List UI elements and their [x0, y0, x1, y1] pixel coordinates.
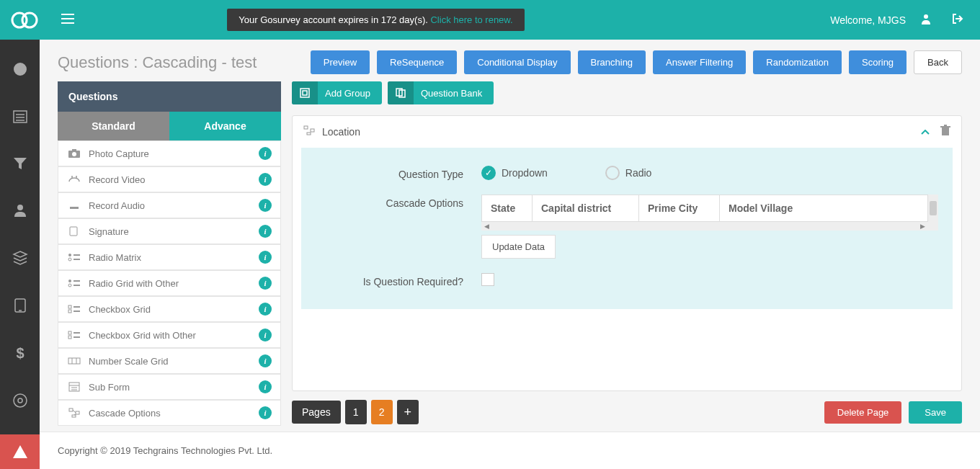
branching-button[interactable]: Branching [578, 50, 646, 74]
required-checkbox[interactable] [481, 273, 494, 286]
editor-panel: Add Group Question Bank Location [292, 81, 962, 424]
info-icon[interactable]: i [259, 354, 272, 367]
svg-rect-19 [72, 149, 76, 151]
svg-rect-47 [72, 415, 76, 417]
info-icon[interactable]: i [259, 406, 272, 419]
matrix-icon [67, 251, 81, 263]
info-icon[interactable]: i [259, 251, 272, 264]
svg-rect-57 [944, 125, 947, 126]
qtype-record-audio[interactable]: Record Audioi [58, 192, 281, 218]
sidebar-alert-icon[interactable] [0, 434, 40, 469]
horizontal-scrollbar[interactable]: ◀▶ [481, 222, 928, 231]
resequence-button[interactable]: ReSequence [377, 50, 457, 74]
sidebar-billing-icon[interactable]: $ [0, 338, 40, 368]
notification-banner[interactable]: Your Gosurvey account expires in 172 day… [227, 9, 524, 31]
qtype-radio-matrix[interactable]: Radio Matrixi [58, 244, 281, 270]
cascade-col-header[interactable]: Model Village [720, 195, 812, 221]
svg-rect-52 [304, 126, 308, 129]
sidebar-layers-icon[interactable] [0, 243, 40, 273]
sidebar-device-icon[interactable] [0, 290, 40, 321]
page-title: Questions : Cascading - test [58, 53, 257, 72]
question-type-label: Question Type [316, 166, 481, 180]
sidebar-users-icon[interactable] [0, 195, 40, 225]
qtype-record-video[interactable]: Record Videoi [58, 166, 281, 192]
page-2-button[interactable]: 2 [371, 400, 393, 424]
vertical-scrollbar[interactable] [928, 195, 938, 222]
cascade-col-header[interactable]: State [482, 195, 533, 221]
cascade-col-header[interactable]: Capital district [533, 195, 639, 221]
menu-toggle-icon[interactable] [61, 14, 74, 27]
delete-page-button[interactable]: Delete Page [824, 401, 902, 424]
checkbox-grid-icon [67, 329, 81, 341]
info-icon[interactable]: i [259, 147, 272, 160]
svg-rect-21 [70, 227, 77, 236]
svg-point-18 [72, 152, 76, 156]
qtype-sub-form[interactable]: Sub Formi [58, 374, 281, 400]
user-icon[interactable] [914, 13, 937, 27]
info-icon[interactable]: i [259, 173, 272, 186]
qtype-checkbox-grid[interactable]: Checkbox Gridi [58, 296, 281, 322]
radio-radio[interactable]: Radio [605, 166, 652, 180]
sidebar-settings-icon[interactable] [0, 385, 40, 416]
qtype-label: Record Video [89, 174, 251, 185]
sidebar-surveys-icon[interactable] [0, 102, 40, 132]
back-button[interactable]: Back [914, 50, 962, 74]
svg-rect-38 [68, 358, 80, 364]
cascade-icon [67, 407, 81, 419]
preview-button[interactable]: Preview [311, 50, 370, 74]
qtype-number-scale-grid[interactable]: Number Scale Gridi [58, 348, 281, 374]
qtype-cascade-options[interactable]: Cascade Optionsi [58, 400, 281, 426]
question-card: Location Question Type Dropdown Radio [292, 115, 962, 391]
card-title: Location [322, 126, 360, 138]
chevron-up-icon[interactable] [921, 125, 930, 138]
logo[interactable] [11, 9, 40, 31]
qtype-photo-capture[interactable]: Photo Capturei [58, 140, 281, 166]
logout-icon[interactable] [946, 13, 969, 27]
grid-icon [67, 277, 81, 289]
qtype-checkbox-grid-other[interactable]: Checkbox Grid with Otheri [58, 322, 281, 348]
notification-link[interactable]: Click here to renew. [430, 14, 512, 25]
add-group-button[interactable]: Add Group [292, 81, 382, 104]
info-icon[interactable]: i [259, 277, 272, 290]
answer-filtering-button[interactable]: Answer Filtering [653, 50, 746, 74]
sidebar-filter-icon[interactable] [0, 149, 40, 178]
question-types-panel: Questions Standard Advance Photo Capture… [58, 81, 281, 424]
conditional-display-button[interactable]: Conditional Display [464, 50, 570, 74]
update-data-button[interactable]: Update Data [481, 235, 556, 259]
save-button[interactable]: Save [909, 401, 962, 424]
cascade-col-header[interactable]: Prime City [639, 195, 720, 221]
svg-rect-24 [74, 254, 80, 256]
qtype-signature[interactable]: Signaturei [58, 218, 281, 244]
trash-icon[interactable] [940, 125, 950, 139]
svg-point-23 [68, 258, 71, 261]
question-bank-button[interactable]: Question Bank [388, 81, 494, 104]
svg-point-14 [14, 394, 27, 407]
info-icon[interactable]: i [259, 329, 272, 341]
svg-rect-3 [61, 18, 74, 19]
tab-standard[interactable]: Standard [58, 112, 169, 140]
svg-rect-30 [68, 305, 71, 308]
add-page-button[interactable]: + [397, 400, 419, 424]
audio-icon [67, 200, 81, 211]
svg-point-22 [68, 254, 71, 256]
svg-rect-45 [69, 408, 73, 411]
svg-rect-20 [70, 207, 79, 209]
qtype-label: Photo Capture [89, 148, 251, 159]
svg-rect-33 [74, 311, 80, 312]
scoring-button[interactable]: Scoring [849, 50, 906, 74]
qtype-label: Signature [89, 226, 251, 237]
randomization-button[interactable]: Randomization [753, 50, 842, 74]
qtype-radio-grid-other[interactable]: Radio Grid with Otheri [58, 270, 281, 296]
info-icon[interactable]: i [259, 303, 272, 316]
svg-rect-35 [68, 336, 71, 339]
sidebar-dashboard-icon[interactable] [0, 54, 40, 84]
radio-dropdown[interactable]: Dropdown [481, 166, 548, 180]
tab-advance[interactable]: Advance [169, 112, 281, 140]
svg-rect-55 [942, 128, 949, 135]
panel-title: Questions [58, 81, 281, 112]
info-icon[interactable]: i [259, 199, 272, 212]
page-1-button[interactable]: 1 [345, 400, 367, 424]
cascade-icon [303, 125, 315, 138]
info-icon[interactable]: i [259, 380, 272, 393]
info-icon[interactable]: i [259, 225, 272, 238]
